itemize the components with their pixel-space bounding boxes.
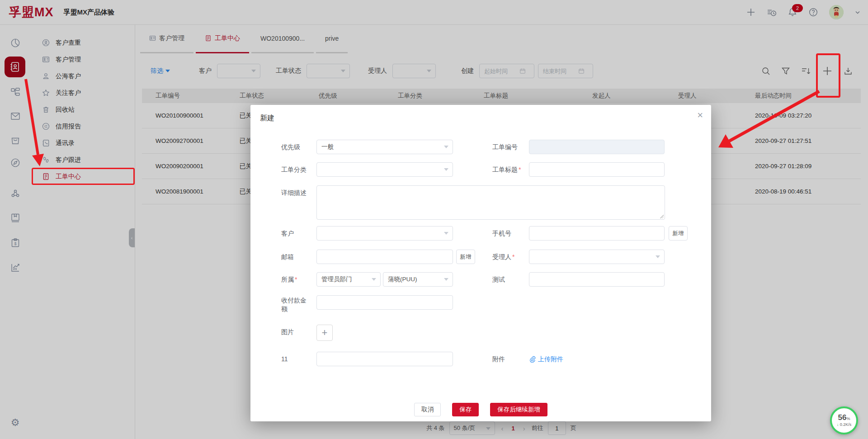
priority-select[interactable]: 一般 [316, 140, 453, 154]
bag-icon[interactable] [10, 135, 21, 146]
add-icon[interactable] [822, 66, 833, 76]
category-select[interactable] [316, 162, 453, 177]
chevron-down-icon [372, 278, 376, 281]
sidebar-item-contacts-book[interactable]: 通讯录 [30, 135, 135, 151]
quick-add-icon[interactable] [746, 7, 756, 17]
tab-work-order-center[interactable]: 工单中心 [196, 24, 249, 53]
phone-add-button[interactable]: 新增 [669, 226, 688, 241]
sidebar-item-recycle-bin[interactable]: 回收站 [30, 101, 135, 118]
sidebar-item-label: 回收站 [56, 106, 75, 114]
start-date-input[interactable] [479, 64, 534, 78]
col-header-assignee: 受理人 [665, 89, 741, 103]
current-page[interactable]: 1 [510, 425, 517, 432]
sidebar-item-label: 客户跟进 [56, 156, 81, 164]
contacts-icon[interactable] [5, 57, 25, 77]
phone-field[interactable] [529, 226, 665, 241]
belong-dept-select[interactable]: 管理员部门 [316, 272, 381, 287]
brand-logo: 孚盟MX [9, 4, 54, 20]
sidebar-item-followed[interactable]: 关注客户 [30, 85, 135, 101]
table-action-icons [761, 53, 853, 89]
test-field[interactable] [529, 272, 665, 287]
priority-value: 一般 [317, 140, 453, 154]
avatar[interactable] [829, 5, 844, 19]
belong-label: 所属* [281, 272, 316, 287]
pagination: 共 4 条 50 条/页 ‹ 1 › 前往 页 [135, 421, 868, 435]
calendar-icon [578, 68, 585, 74]
sidebar-item-label: 工单中心 [56, 173, 81, 181]
help-icon[interactable] [808, 7, 818, 17]
sidebar-item-public-pool[interactable]: 公海客户 [30, 68, 135, 85]
compass-icon[interactable] [10, 157, 21, 168]
end-date-input[interactable] [538, 64, 593, 78]
filter-toggle[interactable]: 筛选 [151, 67, 170, 75]
sort-icon[interactable] [801, 66, 811, 76]
chevron-down-icon [486, 427, 491, 430]
email-add-button[interactable]: 新增 [456, 250, 475, 264]
amount-field[interactable] [316, 295, 453, 310]
org-icon[interactable] [10, 87, 21, 98]
stats-icon[interactable] [10, 262, 21, 273]
dialog-title: 新建 [260, 113, 274, 123]
col-header-priority: 优先级 [305, 89, 384, 103]
start-date-field[interactable] [483, 67, 517, 75]
close-icon[interactable]: × [697, 110, 703, 120]
credit-icon: 信 [42, 123, 50, 130]
sidebar-item-dedupe[interactable]: 客户查重 [30, 34, 135, 51]
category-label: 工单分类 [281, 162, 316, 177]
col-header-initiator: 发起人 [579, 89, 665, 103]
cell-id: WO20090200001 [142, 154, 226, 179]
chevron-down-icon[interactable] [854, 7, 861, 17]
notification-badge: 2 [792, 4, 803, 12]
search-icon[interactable] [761, 66, 770, 76]
description-textarea[interactable] [317, 186, 665, 219]
download-icon[interactable] [844, 66, 853, 76]
next-page-button[interactable]: › [521, 425, 527, 432]
filter-toggle-label: 筛选 [151, 67, 163, 75]
tab-prive[interactable]: prive [316, 24, 348, 53]
bell-icon[interactable]: 2 [788, 7, 797, 17]
save-and-continue-button[interactable]: 保存后继续新增 [490, 403, 547, 416]
end-date-field[interactable] [542, 67, 576, 75]
pie-chart-icon[interactable] [10, 38, 21, 48]
prev-page-button[interactable]: ‹ [500, 425, 505, 432]
book-icon[interactable] [10, 212, 21, 223]
share-icon[interactable] [10, 188, 21, 199]
sidebar-item-label: 信用报告 [56, 123, 81, 131]
tab-customers[interactable]: 客户管理 [140, 24, 193, 53]
funnel-icon[interactable] [781, 66, 790, 76]
assignee-select[interactable] [529, 250, 665, 264]
assignee-filter-label: 受理人 [368, 67, 387, 75]
tab-bar: 客户管理 工单中心 WO20100900... prive [135, 24, 868, 53]
sidebar-item-work-order-center[interactable]: 工单中心 [30, 168, 135, 185]
sidebar-item-customers[interactable]: 客户管理 [30, 51, 135, 68]
page-size-select[interactable]: 50 条/页 [449, 421, 495, 435]
image-upload-button[interactable]: + [316, 325, 333, 341]
sidebar-item-credit-report[interactable]: 信 信用报告 [30, 118, 135, 135]
sidebar-item-label: 客户查重 [56, 39, 81, 47]
description-field[interactable] [316, 185, 665, 220]
upload-attachment-link[interactable]: 上传附件 [529, 352, 563, 366]
belong-user-select[interactable]: 蒲晓(PUU) [383, 272, 453, 287]
tab-label: 客户管理 [159, 34, 184, 42]
goto-page-input[interactable] [548, 421, 566, 435]
field11-field[interactable] [316, 352, 453, 366]
sidebar-item-follow-up[interactable]: 客户跟进 [30, 151, 135, 168]
tab-work-order-detail[interactable]: WO20100900... [251, 24, 314, 53]
work-no-field [529, 140, 665, 154]
customer-label: 客户 [281, 226, 316, 241]
save-button[interactable]: 保存 [452, 403, 479, 416]
customer-filter-select[interactable] [217, 64, 260, 78]
work-title-field[interactable] [529, 162, 665, 177]
gear-icon[interactable]: ⚙ [11, 418, 20, 428]
resize-grip[interactable] [660, 214, 664, 218]
billing-icon[interactable]: $ [10, 237, 21, 248]
cell-time: 2020-09-27 01:27:51 [741, 128, 861, 153]
status-filter-select[interactable] [307, 64, 350, 78]
mail-icon[interactable] [10, 111, 21, 122]
collapse-icon[interactable]: ‹ [129, 228, 135, 247]
assignee-filter-select[interactable] [392, 64, 436, 78]
customer-select[interactable] [316, 226, 453, 241]
cancel-button[interactable]: 取消 [414, 403, 441, 416]
history-icon[interactable] [767, 7, 777, 17]
email-field[interactable] [316, 250, 453, 264]
